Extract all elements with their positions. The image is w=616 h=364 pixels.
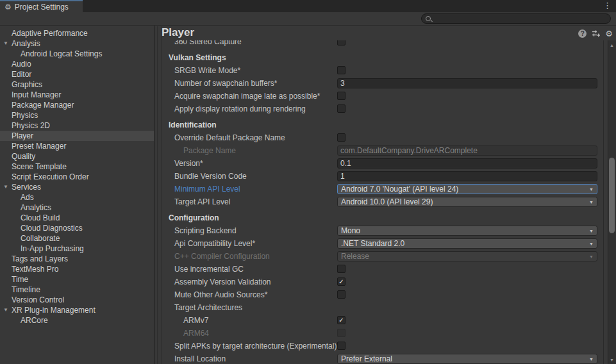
sidebar-item-label: Android Logcat Settings: [21, 49, 102, 58]
settings-nav: Adaptive Performance▼AnalysisAndroid Log…: [0, 26, 154, 364]
sidebar-item-in-app-purchasing[interactable]: In-App Purchasing: [0, 244, 154, 254]
sidebar-item-player[interactable]: Player: [0, 131, 154, 141]
sidebar-item-label: Physics: [12, 111, 38, 120]
checkbox-use-incremental-gc[interactable]: [337, 265, 345, 273]
sidebar-item-label: Scene Template: [12, 162, 67, 171]
scroll-down-icon[interactable]: ▼: [608, 358, 616, 362]
sidebar-item-label: Version Control: [12, 295, 64, 304]
field-label-split-apks-by-target-architecture-experimental: Split APKs by target architecture (Exper…: [174, 342, 337, 351]
sidebar-item-label: Time: [12, 275, 28, 284]
input-bundle-version-code[interactable]: 1: [337, 171, 597, 181]
checkbox-mute-other-audio-sources[interactable]: [337, 290, 345, 299]
sidebar-item-textmesh-pro[interactable]: TextMesh Pro: [0, 264, 154, 274]
sidebar-item-analytics[interactable]: Analytics: [0, 203, 154, 213]
sidebar-item-physics-2d[interactable]: Physics 2D: [0, 120, 154, 131]
scrollbar-thumb[interactable]: [609, 158, 615, 233]
dropdown-arrow-icon: ▼: [589, 187, 594, 192]
checkbox-split-apks-by-target-architecture-experimental[interactable]: [337, 342, 345, 350]
sidebar-item-cloud-build[interactable]: Cloud Build: [0, 213, 154, 223]
field-label-bundle-version-code: Bundle Version Code: [174, 172, 247, 181]
row-bundle-version-code: Bundle Version Code1: [154, 170, 603, 183]
search-input[interactable]: [433, 15, 606, 22]
dropdown-api-compatibility-level[interactable]: .NET Standard 2.0▼: [337, 238, 597, 249]
sidebar-item-input-manager[interactable]: Input Manager: [0, 90, 154, 100]
search-box[interactable]: [421, 13, 611, 24]
sidebar-item-label: Graphics: [12, 80, 42, 89]
input-number-of-swapchain-buffers[interactable]: 3: [337, 78, 597, 88]
sidebar-item-script-execution-order[interactable]: Script Execution Order: [0, 172, 154, 182]
input-version[interactable]: 0.1: [337, 158, 597, 169]
kebab-menu-icon[interactable]: ⋮: [603, 0, 612, 11]
tab-project-settings[interactable]: ⚙ Project Settings: [0, 0, 83, 12]
sidebar-item-analysis[interactable]: ▼Analysis: [0, 38, 154, 49]
scroll-up-icon[interactable]: ▲: [608, 43, 616, 47]
preset-icon[interactable]: [592, 29, 600, 38]
dropdown-install-location[interactable]: Prefer External▼: [337, 354, 597, 364]
sidebar-item-label: Timeline: [12, 285, 40, 294]
tab-bar: ⚙ Project Settings ⋮: [0, 0, 616, 12]
row-split-apks-by-target-architecture-experimental: Split APKs by target architecture (Exper…: [154, 340, 603, 352]
dropdown-scripting-backend[interactable]: Mono▼: [337, 226, 597, 236]
dropdown-arrow-icon: ▼: [589, 357, 594, 362]
settings-gear-icon[interactable]: ⚙: [605, 29, 613, 38]
sidebar-item-label: In-App Purchasing: [21, 244, 84, 253]
sidebar-item-physics[interactable]: Physics: [0, 110, 154, 120]
checkbox-assembly-version-validation[interactable]: ✓: [337, 277, 345, 286]
sidebar-item-time[interactable]: Time: [0, 274, 154, 285]
row-acquire-swapchain-image-late-as-possible: Acquire swapchain image late as possible…: [154, 90, 603, 103]
sidebar-item-android-logcat-settings[interactable]: Android Logcat Settings: [0, 49, 154, 59]
field-label-target-architectures: Target Architectures: [174, 303, 242, 312]
sidebar-item-package-manager[interactable]: Package Manager: [0, 100, 154, 110]
foldout-arrow-icon[interactable]: ▼: [2, 305, 10, 315]
checkbox-360-stereo-capture[interactable]: [337, 40, 345, 46]
sidebar-item-xr-plug-in-management[interactable]: ▼XR Plug-in Management: [0, 305, 154, 315]
sidebar-item-label: TextMesh Pro: [12, 265, 58, 274]
sidebar-item-label: Ads: [21, 193, 34, 202]
help-icon[interactable]: ?: [578, 29, 587, 38]
sidebar-item-editor[interactable]: Editor: [0, 69, 154, 79]
row-mute-other-audio-sources: Mute Other Audio Sources*: [154, 288, 603, 301]
sidebar-item-label: Audio: [12, 60, 31, 69]
field-label-mute-other-audio-sources: Mute Other Audio Sources*: [174, 290, 267, 299]
row-configuration: Configuration: [154, 211, 603, 224]
row-srgb-write-mode: SRGB Write Mode*: [154, 64, 603, 77]
row-identification: Identification: [154, 119, 603, 131]
sidebar-item-label: Package Manager: [12, 101, 74, 110]
field-label-scripting-backend: Scripting Backend: [174, 226, 237, 235]
sidebar-item-graphics[interactable]: Graphics: [0, 79, 154, 90]
dropdown-minimum-api-level[interactable]: Android 7.0 'Nougat' (API level 24)▼: [337, 184, 597, 194]
foldout-arrow-icon[interactable]: ▼: [2, 38, 10, 49]
sidebar-item-tags-and-layers[interactable]: Tags and Layers: [0, 254, 154, 264]
checkbox-srgb-write-mode[interactable]: [337, 66, 345, 74]
dropdown-target-api-level[interactable]: Android 10.0 (API level 29)▼: [337, 197, 597, 207]
sidebar-item-cloud-diagnostics[interactable]: Cloud Diagnostics: [0, 223, 154, 233]
field-label-armv7: ARMv7: [183, 316, 208, 325]
section-header-vulkan-settings: Vulkan Settings: [169, 53, 226, 62]
row-api-compatibility-level: Api Compatibility Level*.NET Standard 2.…: [154, 237, 603, 250]
sidebar-item-timeline[interactable]: Timeline: [0, 285, 154, 295]
search-icon: [426, 16, 431, 21]
sidebar-item-adaptive-performance[interactable]: Adaptive Performance: [0, 28, 154, 38]
row-package-name: Package Namecom.DefaultCompany.DriveARCo…: [154, 144, 603, 157]
checkbox-armv7[interactable]: ✓: [337, 316, 345, 324]
sidebar-item-ads[interactable]: Ads: [0, 192, 154, 203]
sidebar-item-label: Adaptive Performance: [12, 29, 88, 38]
foldout-arrow-icon[interactable]: ▼: [2, 182, 10, 192]
sidebar-item-scene-template[interactable]: Scene Template: [0, 161, 154, 172]
sidebar-item-label: Quality: [12, 152, 35, 161]
sidebar-item-collaborate[interactable]: Collaborate: [0, 233, 154, 244]
sidebar-item-version-control[interactable]: Version Control: [0, 295, 154, 305]
sidebar-item-label: Player: [12, 131, 33, 140]
checkbox-override-default-package-name[interactable]: [337, 133, 345, 142]
checkbox-acquire-swapchain-image-late-as-possible[interactable]: [337, 92, 345, 100]
checkbox-apply-display-rotation-during-rendering[interactable]: [337, 104, 345, 113]
sidebar-item-preset-manager[interactable]: Preset Manager: [0, 141, 154, 151]
dropdown-value: .NET Standard 2.0: [341, 239, 404, 248]
sidebar-item-audio[interactable]: Audio: [0, 59, 154, 69]
sidebar-item-arcore[interactable]: ARCore: [0, 315, 154, 326]
sidebar-item-services[interactable]: ▼Services: [0, 182, 154, 192]
row-number-of-swapchain-buffers: Number of swapchain buffers*3: [154, 77, 603, 90]
field-label-version: Version*: [174, 159, 203, 168]
sidebar-item-label: Services: [12, 183, 41, 192]
sidebar-item-quality[interactable]: Quality: [0, 151, 154, 161]
